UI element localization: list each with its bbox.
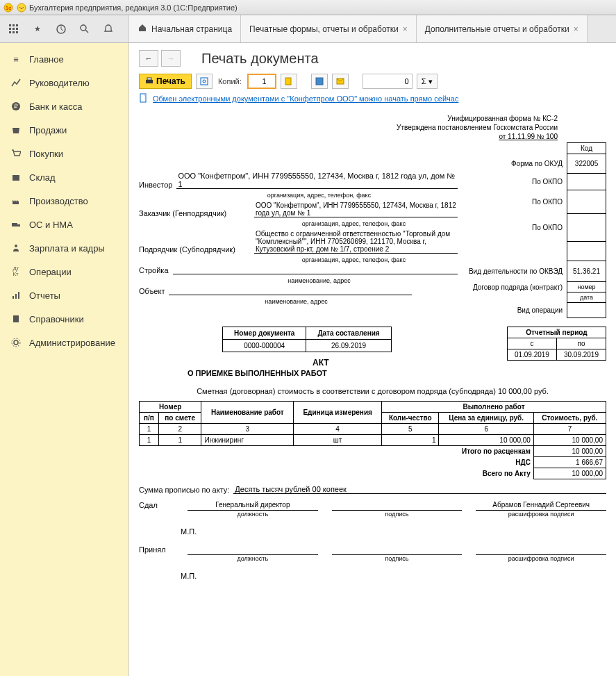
bag-icon xyxy=(10,124,22,136)
svg-point-13 xyxy=(81,25,86,31)
number-input[interactable] xyxy=(363,74,413,89)
prinyal-label: Принял xyxy=(139,545,174,562)
ruble-icon: ₽ xyxy=(10,100,22,113)
close-icon[interactable]: × xyxy=(574,24,578,34)
edit-button[interactable] xyxy=(281,74,297,89)
close-icon[interactable]: × xyxy=(403,24,408,34)
edo-link[interactable]: Обмен электронными документами с "Конфет… xyxy=(153,94,458,103)
sidebar-item-manager[interactable]: Руководителю xyxy=(0,71,128,94)
document: Унифицированная форма № КС-2 Утверждена … xyxy=(139,111,606,593)
sidebar-item-warehouse[interactable]: Склад xyxy=(0,165,128,189)
tab-additional-reports[interactable]: Дополнительные отчеты и обработки × xyxy=(417,15,588,42)
svg-point-2 xyxy=(17,3,26,12)
dropdown-icon[interactable] xyxy=(16,2,27,13)
sidebar-item-sales[interactable]: Продажи xyxy=(0,118,128,142)
tab-home[interactable]: Начальная страница xyxy=(129,15,241,42)
sum-words-label: Сумма прописью по акту: xyxy=(139,486,229,494)
period-table: Отчетный период спо 01.09.201930.09.2019 xyxy=(507,327,606,361)
stroyka-label: Стройка xyxy=(139,266,169,274)
svg-rect-28 xyxy=(201,78,208,85)
content: ← → Печать документа Печать Копий: Σ ▾ О… xyxy=(129,43,616,676)
email-button[interactable] xyxy=(332,74,349,89)
chart-icon xyxy=(10,76,22,89)
svg-rect-30 xyxy=(285,78,291,85)
sidebar-label: Склад xyxy=(29,172,56,183)
dtkt-icon: ДтКт xyxy=(10,265,22,278)
sidebar-item-main[interactable]: ≡Главное xyxy=(0,47,128,71)
sidebar-item-salary[interactable]: Зарплата и кадры xyxy=(0,236,128,260)
sidebar-item-reference[interactable]: Справочники xyxy=(0,307,128,331)
sigma-button[interactable]: Σ ▾ xyxy=(417,74,438,89)
table-row: 1 1 Инжиниринг шт 1 10 000,00 10 000,00 xyxy=(140,435,606,446)
sidebar-item-bank[interactable]: ₽Банк и касса xyxy=(0,94,128,118)
print-label: Печать xyxy=(156,76,185,86)
back-button[interactable]: ← xyxy=(139,50,158,67)
home-icon xyxy=(138,23,147,35)
sdal-label: Сдал xyxy=(139,501,174,518)
person-icon xyxy=(10,242,22,254)
copies-input[interactable] xyxy=(247,74,276,89)
sidebar-label: Продажи xyxy=(29,125,67,135)
forward-button[interactable]: → xyxy=(161,50,181,67)
mp-label: М.П. xyxy=(139,572,606,580)
factory-icon xyxy=(10,195,22,207)
svg-rect-4 xyxy=(13,24,15,26)
sidebar-label: Покупки xyxy=(29,149,63,159)
toolbar-left: ★ xyxy=(0,15,129,42)
contractor-value: Общество с ограниченной ответственностью… xyxy=(254,230,458,254)
gear-icon xyxy=(10,336,22,349)
star-icon[interactable]: ★ xyxy=(29,21,46,38)
svg-rect-9 xyxy=(9,31,11,33)
svg-rect-16 xyxy=(13,175,19,181)
toolbar: ★ Начальная страница Печатные формы, отч… xyxy=(0,15,616,43)
investor-label: Инвестор xyxy=(139,181,172,189)
svg-rect-20 xyxy=(13,296,14,299)
print-button[interactable]: Печать xyxy=(139,74,192,89)
tab-print-forms[interactable]: Печатные формы, отчеты и обработки × xyxy=(241,15,417,42)
sidebar-label: Банк и касса xyxy=(29,101,83,112)
act-subtitle: О ПРИЕМКЕ ВЫПОЛНЕННЫХ РАБОТ xyxy=(188,369,606,377)
customer-value: ООО "Конфетпром", ИНН 7799555550, 127434… xyxy=(254,201,458,217)
customer-label: Заказчик (Генподрядчик) xyxy=(139,209,250,217)
save-button[interactable] xyxy=(311,74,328,89)
svg-point-19 xyxy=(15,245,17,247)
sidebar-item-reports[interactable]: Отчеты xyxy=(0,283,128,307)
tab-label: Дополнительные отчеты и обработки xyxy=(425,24,569,34)
bell-icon[interactable] xyxy=(100,21,117,38)
search-icon[interactable] xyxy=(76,21,93,38)
svg-rect-23 xyxy=(13,315,19,322)
sidebar-item-operations[interactable]: ДтКтОперации xyxy=(0,260,128,283)
svg-point-29 xyxy=(203,80,206,83)
object-value xyxy=(169,295,412,295)
sidebar-item-production[interactable]: Производство xyxy=(0,189,128,213)
sidebar-label: Операции xyxy=(29,267,72,277)
history-icon[interactable] xyxy=(53,21,69,38)
menu-icon: ≡ xyxy=(10,53,22,65)
sidebar-item-assets[interactable]: ОС и НМА xyxy=(0,213,128,236)
doc-num-table: Номер документаДата составления 0000-000… xyxy=(222,327,392,352)
preview-button[interactable] xyxy=(196,74,213,89)
box-icon xyxy=(10,171,22,183)
svg-text:₽: ₽ xyxy=(14,103,18,110)
cart-icon xyxy=(10,147,22,160)
svg-rect-6 xyxy=(9,28,11,30)
object-label: Объект xyxy=(139,287,165,295)
svg-rect-11 xyxy=(16,31,18,33)
svg-rect-27 xyxy=(147,78,151,80)
sidebar-label: Администрирование xyxy=(29,338,115,348)
svg-rect-18 xyxy=(17,224,20,226)
svg-point-24 xyxy=(14,340,18,345)
svg-text:1c: 1c xyxy=(6,5,11,11)
doc-icon xyxy=(139,93,149,104)
stroyka-value xyxy=(173,274,458,274)
apps-icon[interactable] xyxy=(6,21,22,38)
sidebar-label: Отчеты xyxy=(29,290,60,301)
form-header: Унифицированная форма № КС-2 Утверждена … xyxy=(139,114,606,141)
svg-rect-5 xyxy=(16,24,18,26)
mp-label: М.П. xyxy=(139,527,606,536)
sidebar-item-purchases[interactable]: Покупки xyxy=(0,142,128,165)
svg-rect-26 xyxy=(146,80,153,83)
sidebar-item-admin[interactable]: Администрирование xyxy=(0,331,128,354)
actions-toolbar: Печать Копий: Σ ▾ xyxy=(139,74,606,89)
svg-point-25 xyxy=(12,338,20,347)
